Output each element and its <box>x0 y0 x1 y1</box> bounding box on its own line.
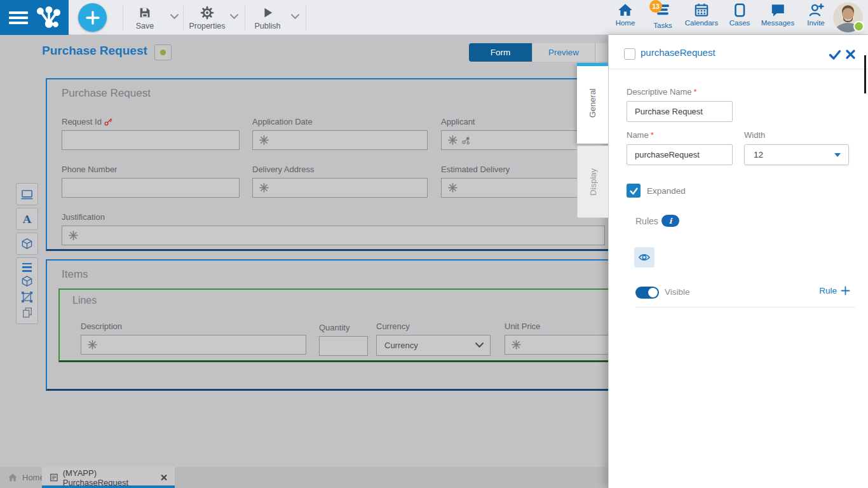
palette-extra-group <box>16 257 38 324</box>
palette-control-button[interactable] <box>16 233 38 255</box>
confirm-check-icon[interactable] <box>828 49 842 60</box>
required-mark: * <box>651 130 654 140</box>
field-label-applicant: Applicant <box>441 117 475 126</box>
tab-form[interactable]: Form <box>469 43 532 62</box>
input-request-id[interactable] <box>62 130 240 150</box>
app-logo-icon[interactable] <box>36 6 62 30</box>
check-icon <box>629 187 639 195</box>
bottom-tab-purchase-request[interactable]: (MYAPP) PurchaseRequest <box>42 467 175 488</box>
cube-icon <box>21 238 33 250</box>
panel-tab-display-label: Display <box>588 168 598 196</box>
toolbar-separator <box>306 5 306 30</box>
play-icon <box>261 6 275 20</box>
top-toolbar: Save Properties Publish Home 13 Tasks <box>0 0 868 35</box>
width-select[interactable]: 12 <box>744 144 849 165</box>
palette-screen-button[interactable] <box>16 183 38 205</box>
user-avatar[interactable] <box>833 3 863 32</box>
form-status-button[interactable] <box>154 44 172 60</box>
panel-title: purchaseRequest <box>641 47 715 58</box>
save-label: Save <box>136 22 154 30</box>
info-badge[interactable]: i <box>661 215 679 227</box>
nav-calendars-label: Calendars <box>685 19 718 27</box>
panel-divider <box>636 307 855 308</box>
text-cursor-artifact <box>864 55 866 93</box>
expanded-label: Expanded <box>647 186 686 196</box>
group-lines[interactable]: Lines Description Quantity Currency Curr… <box>58 288 608 362</box>
active-tab-underline <box>42 485 175 488</box>
tab-partial[interactable] <box>595 43 607 62</box>
nav-messages[interactable]: Messages <box>757 3 798 33</box>
eye-icon <box>638 251 651 264</box>
toolbar-separator <box>245 5 245 30</box>
panel-tab-general[interactable]: General <box>577 63 608 144</box>
menu-hamburger-icon[interactable] <box>9 11 28 24</box>
required-asterisk-icon <box>69 231 78 240</box>
properties-button[interactable]: Properties <box>184 3 230 32</box>
nav-invite-label: Invite <box>807 19 825 27</box>
nav-invite[interactable]: Invite <box>799 3 832 33</box>
view-tab-strip: Form Preview <box>469 43 607 62</box>
visibility-rule-button[interactable] <box>634 247 654 268</box>
nav-calendars[interactable]: Calendars <box>682 3 721 33</box>
input-delivery-address[interactable] <box>252 178 428 198</box>
add-button[interactable] <box>78 3 107 32</box>
rule-link-label: Rule <box>819 286 837 295</box>
panel-tab-display[interactable]: Display <box>577 146 608 218</box>
input-application-date[interactable] <box>252 130 428 150</box>
calendar-icon <box>693 3 710 18</box>
publish-chevron-down-icon[interactable] <box>291 14 299 20</box>
properties-chevron-down-icon[interactable] <box>230 14 238 20</box>
panel-tab-general-label: General <box>588 88 597 118</box>
palette-label-button[interactable]: A <box>16 208 38 230</box>
width-label: Width <box>744 130 765 140</box>
plus-icon <box>841 286 850 295</box>
add-rule-link[interactable]: Rule <box>792 286 850 295</box>
floppy-icon <box>138 6 152 20</box>
cube-icon[interactable] <box>21 275 33 287</box>
name-label: Name* <box>627 130 654 140</box>
required-asterisk-icon <box>259 135 269 145</box>
input-unit-price[interactable] <box>505 335 608 355</box>
visible-toggle[interactable] <box>635 287 659 299</box>
nav-home[interactable]: Home <box>607 3 643 33</box>
save-chevron-down-icon[interactable] <box>170 14 179 20</box>
input-quantity[interactable] <box>319 336 368 356</box>
expanded-checkbox[interactable] <box>627 184 641 198</box>
field-label-request-id: Request Id <box>62 117 113 126</box>
panel-select-checkbox[interactable] <box>624 48 635 60</box>
input-justification[interactable] <box>62 226 605 245</box>
nav-cases[interactable]: Cases <box>722 3 757 33</box>
lines-group-title: Lines <box>72 295 97 306</box>
width-value: 12 <box>754 150 763 159</box>
close-tab-icon[interactable] <box>161 474 167 481</box>
cases-icon <box>731 3 748 18</box>
required-asterisk-icon <box>448 183 458 193</box>
group-title: Purchase Request <box>62 87 151 100</box>
name-input[interactable]: purchaseRequest <box>627 144 733 165</box>
list-icon[interactable] <box>22 263 32 272</box>
save-button[interactable]: Save <box>126 3 164 32</box>
nav-tasks[interactable]: 13 Tasks <box>645 3 681 33</box>
publish-button[interactable]: Publish <box>248 3 287 32</box>
status-green-dot <box>160 50 166 55</box>
form-document-icon <box>50 473 58 482</box>
online-status-dot <box>853 21 864 32</box>
home-icon <box>617 3 634 18</box>
image-selection-icon[interactable] <box>21 291 33 303</box>
input-description[interactable] <box>81 335 306 355</box>
group-purchase-request[interactable]: Purchase Request Request Id Application … <box>46 78 608 251</box>
required-asterisk-icon <box>448 135 458 145</box>
group-items[interactable]: Items Lines Description Quantity Currenc… <box>46 259 608 391</box>
descriptive-name-input[interactable]: Purchase Request <box>627 101 733 122</box>
copy-icon[interactable] <box>22 306 33 318</box>
panel-header: purchaseRequest <box>609 35 868 69</box>
input-phone-number[interactable] <box>62 178 240 198</box>
close-panel-icon[interactable] <box>845 49 856 60</box>
select-currency[interactable]: Currency <box>376 335 491 356</box>
required-asterisk-icon <box>88 340 97 349</box>
gear-icon <box>200 6 214 20</box>
tasks-badge: 13 <box>649 0 662 13</box>
field-label-application-date: Application Date <box>252 117 313 126</box>
tab-preview[interactable]: Preview <box>532 43 595 62</box>
field-label-currency: Currency <box>376 322 410 331</box>
